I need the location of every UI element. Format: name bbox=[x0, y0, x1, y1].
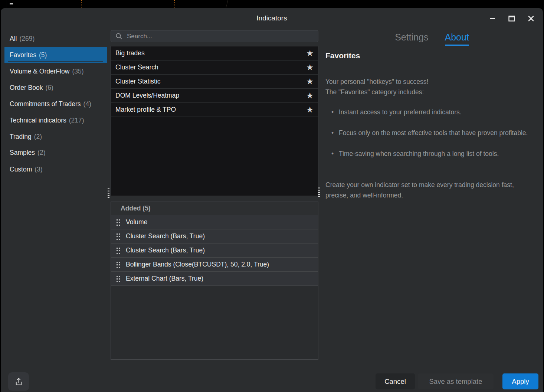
minimize-button[interactable] bbox=[483, 12, 502, 25]
added-row-cluster-search-bars-true[interactable]: Cluster Search (Bars, True) bbox=[111, 244, 318, 258]
intro-line: The "Favorites" category includes: bbox=[325, 87, 428, 97]
favorite-star-icon[interactable]: ★ bbox=[306, 78, 314, 86]
detail-tabs: SettingsAbout bbox=[325, 32, 539, 46]
background-dotted-line bbox=[174, 0, 175, 8]
minimize-icon bbox=[489, 15, 496, 22]
sidebar-item-count: (217) bbox=[69, 117, 84, 124]
sidebar-item-count: (269) bbox=[19, 35, 35, 43]
detail-outro: Create your own indicator set to make ev… bbox=[325, 180, 537, 200]
sidebar-item-count: (35) bbox=[72, 68, 83, 75]
vertical-splitter-right[interactable] bbox=[318, 187, 320, 198]
sidebar-item-label: Volume & OrderFlow bbox=[10, 68, 69, 75]
added-row-bollinger-bands-close-btcusdt-50-2-0-true[interactable]: Bollinger Bands (Close(BTCUSDT), 50, 2.0… bbox=[111, 258, 318, 272]
favorite-star-icon[interactable]: ★ bbox=[306, 49, 314, 58]
drag-handle-icon[interactable] bbox=[116, 275, 121, 282]
window-controls bbox=[483, 12, 541, 25]
vertical-splitter-left[interactable] bbox=[108, 188, 109, 199]
sidebar-item-label: Samples bbox=[10, 149, 35, 157]
export-icon bbox=[14, 377, 24, 387]
sidebar-item-label: All bbox=[10, 35, 17, 43]
background-gridline bbox=[9, 0, 9, 8]
sidebar-item-count: (4) bbox=[83, 100, 91, 108]
detail-bullet: Instant access to your preferred indicat… bbox=[325, 107, 539, 117]
detail-heading: Favorites bbox=[325, 51, 360, 60]
sidebar-item-count: (5) bbox=[39, 51, 47, 59]
background-gridline bbox=[7, 0, 7, 8]
background-trend-line bbox=[226, 0, 228, 8]
indicator-list: Big trades★Cluster Search★Cluster Statis… bbox=[111, 46, 318, 196]
indicator-row-cluster-search[interactable]: Cluster Search★ bbox=[111, 61, 318, 75]
indicator-name: Cluster Statistic bbox=[115, 78, 161, 85]
indicator-name: Market profile & TPO bbox=[115, 106, 176, 114]
sidebar-item-technical-indicators[interactable]: Technical indicators(217) bbox=[4, 112, 107, 128]
save-as-template-button[interactable]: Save as template bbox=[418, 373, 494, 389]
export-template-button[interactable] bbox=[8, 372, 29, 391]
indicators-dialog: Indicators All(269)Favorites(5)Volume & … bbox=[1, 8, 543, 392]
drag-handle-icon[interactable] bbox=[116, 247, 121, 254]
favorite-star-icon[interactable]: ★ bbox=[306, 63, 314, 72]
added-panel: Added (5) VolumeCluster Search (Bars, Tr… bbox=[111, 202, 318, 360]
indicator-name: Cluster Search bbox=[115, 63, 158, 71]
indicator-row-dom-levels-heatmap[interactable]: DOM Levels/Heatmap★ bbox=[111, 89, 318, 103]
sidebar-item-count: (6) bbox=[45, 84, 53, 92]
drag-handle-icon[interactable] bbox=[116, 219, 121, 226]
indicator-name: Big trades bbox=[115, 49, 145, 57]
background-gridline bbox=[15, 0, 15, 8]
favorite-star-icon[interactable]: ★ bbox=[306, 106, 314, 114]
search-icon bbox=[115, 33, 122, 40]
added-indicator-name: Cluster Search (Bars, True) bbox=[126, 246, 205, 254]
favorite-star-icon[interactable]: ★ bbox=[306, 92, 314, 100]
intro-line: Your personal "hotkeys" to success! bbox=[325, 76, 428, 87]
indicator-row-big-trades[interactable]: Big trades★ bbox=[111, 46, 318, 61]
sidebar-item-label: Trading bbox=[10, 133, 32, 141]
background-dotted-line bbox=[81, 0, 82, 8]
close-button[interactable] bbox=[521, 12, 541, 25]
background-price-mark bbox=[10, 3, 13, 4]
sidebar-item-samples[interactable]: Samples(2) bbox=[4, 145, 107, 161]
added-indicator-name: Cluster Search (Bars, True) bbox=[126, 232, 205, 240]
indicator-name: DOM Levels/Heatmap bbox=[115, 92, 179, 99]
detail-bullets: Instant access to your preferred indicat… bbox=[325, 107, 539, 169]
added-row-cluster-search-bars-true[interactable]: Cluster Search (Bars, True) bbox=[111, 229, 318, 244]
sidebar-item-label: Commitments of Traders bbox=[10, 100, 81, 108]
search-box bbox=[111, 30, 318, 42]
sidebar-item-label: Custom bbox=[10, 166, 32, 173]
detail-bullet: Time-saving when searching through a lon… bbox=[325, 148, 539, 159]
sidebar-item-count: (3) bbox=[35, 166, 42, 173]
added-indicator-name: Bollinger Bands (Close(BTCUSDT), 50, 2.0… bbox=[126, 261, 269, 268]
apply-button[interactable]: Apply bbox=[502, 373, 538, 389]
tab-settings[interactable]: Settings bbox=[395, 32, 428, 46]
indicator-row-cluster-statistic[interactable]: Cluster Statistic★ bbox=[111, 75, 318, 89]
sidebar-item-label: Favorites bbox=[10, 51, 36, 59]
drag-handle-icon[interactable] bbox=[116, 233, 121, 240]
added-list: VolumeCluster Search (Bars, True)Cluster… bbox=[111, 215, 318, 286]
detail-intro: Your personal "hotkeys" to success! The … bbox=[325, 76, 428, 97]
sidebar-item-favorites[interactable]: Favorites(5) bbox=[4, 47, 107, 63]
tab-about[interactable]: About bbox=[445, 32, 469, 46]
sidebar-item-commitments-of-traders[interactable]: Commitments of Traders(4) bbox=[4, 96, 107, 112]
sidebar: All(269)Favorites(5)Volume & OrderFlow(3… bbox=[4, 30, 107, 177]
sidebar-item-count: (2) bbox=[37, 149, 45, 157]
added-indicator-name: Volume bbox=[126, 218, 147, 226]
added-indicator-name: External Chart (Bars, True) bbox=[126, 275, 203, 282]
dialog-title: Indicators bbox=[1, 14, 543, 22]
search-input[interactable] bbox=[126, 32, 318, 40]
drag-handle-icon[interactable] bbox=[116, 261, 121, 268]
sidebar-item-all[interactable]: All(269) bbox=[4, 30, 107, 47]
added-row-external-chart-bars-true[interactable]: External Chart (Bars, True) bbox=[111, 272, 318, 286]
sidebar-item-volume-orderflow[interactable]: Volume & OrderFlow(35) bbox=[4, 63, 107, 79]
sidebar-item-custom[interactable]: Custom(3) bbox=[4, 161, 107, 177]
sidebar-item-trading[interactable]: Trading(2) bbox=[4, 128, 107, 145]
added-header: Added (5) bbox=[111, 202, 318, 215]
maximize-button[interactable] bbox=[502, 12, 521, 25]
close-icon bbox=[528, 15, 534, 22]
sidebar-item-order-book[interactable]: Order Book(6) bbox=[4, 79, 107, 96]
indicator-row-market-profile-tpo[interactable]: Market profile & TPO★ bbox=[111, 103, 318, 117]
detail-bullet: Focus only on the most effective tools t… bbox=[325, 128, 539, 138]
screen: Indicators All(269)Favorites(5)Volume & … bbox=[0, 0, 544, 392]
cancel-button[interactable]: Cancel bbox=[376, 373, 415, 389]
added-row-volume[interactable]: Volume bbox=[111, 215, 318, 229]
sidebar-item-count: (2) bbox=[34, 133, 42, 141]
sidebar-item-label: Technical indicators bbox=[10, 117, 66, 124]
sidebar-item-label: Order Book bbox=[10, 84, 43, 92]
